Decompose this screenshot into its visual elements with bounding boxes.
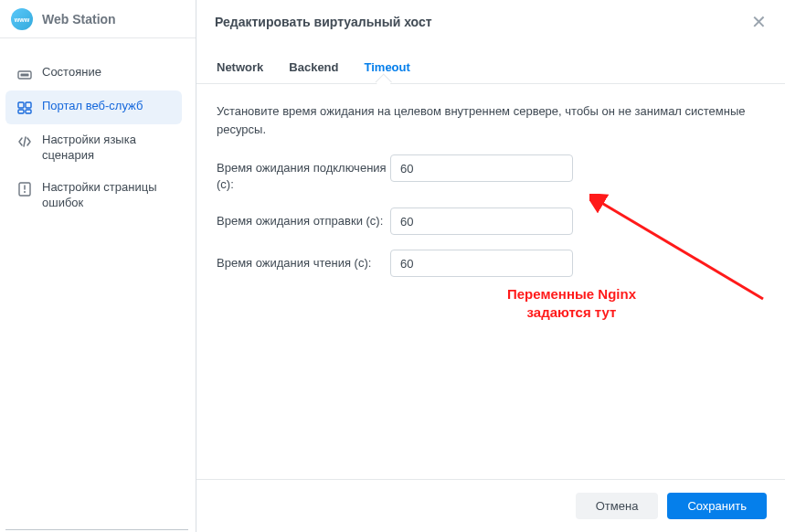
send-timeout-input[interactable] — [390, 207, 573, 235]
svg-point-8 — [24, 191, 26, 193]
edit-virtual-host-modal: Редактировать виртуальный хост ✕ Network… — [196, 0, 785, 532]
tab-description: Установите время ожидания на целевом вну… — [217, 102, 765, 138]
sidebar-item-label: Состояние — [42, 65, 173, 80]
app-title: Web Station — [42, 12, 116, 27]
tab-backend[interactable]: Backend — [287, 53, 340, 83]
app-logo-icon — [11, 8, 33, 30]
code-icon — [16, 133, 33, 150]
tab-network[interactable]: Network — [215, 53, 265, 83]
sidebar-item-error-pages[interactable]: Настройки страницы ошибок — [0, 172, 187, 219]
modal-body: Установите время ожидания на целевом вну… — [196, 84, 785, 479]
connect-timeout-label: Время ожидания подключения (с): — [217, 154, 390, 193]
modal-header: Редактировать виртуальный хост ✕ — [196, 0, 785, 44]
connect-timeout-input[interactable] — [390, 154, 573, 182]
read-timeout-label: Время ожидания чтения (с): — [217, 250, 390, 271]
form-row-connect-timeout: Время ожидания подключения (с): — [217, 154, 765, 193]
svg-rect-4 — [18, 110, 24, 113]
svg-rect-1 — [21, 74, 29, 77]
tab-timeout[interactable]: Timeout — [363, 53, 412, 83]
svg-rect-5 — [26, 110, 31, 113]
modal-tabs: Network Backend Timeout — [196, 53, 785, 84]
svg-rect-3 — [26, 102, 31, 108]
sidebar-item-portal[interactable]: Портал веб-служб — [5, 90, 182, 124]
sidebar: Состояние Портал веб-служб Настройки язы… — [0, 38, 187, 532]
sidebar-item-label: Настройки страницы ошибок — [42, 180, 173, 211]
sidebar-item-status[interactable]: Состояние — [0, 57, 187, 90]
sidebar-item-label: Настройки языка сценария — [42, 133, 173, 164]
save-button[interactable]: Сохранить — [667, 493, 767, 519]
send-timeout-label: Время ожидания отправки (с): — [217, 207, 390, 229]
read-timeout-input[interactable] — [390, 250, 573, 277]
sidebar-item-script-lang[interactable]: Настройки языка сценария — [0, 124, 187, 172]
form-row-send-timeout: Время ожидания отправки (с): — [217, 207, 765, 235]
sidebar-item-label: Портал веб-служб — [42, 99, 167, 114]
modal-title: Редактировать виртуальный хост — [215, 15, 432, 29]
modal-footer: Отмена Сохранить — [196, 479, 785, 532]
divider — [5, 529, 188, 530]
form-row-read-timeout: Время ожидания чтения (с): — [217, 250, 765, 277]
error-page-icon — [16, 181, 33, 197]
close-icon[interactable]: ✕ — [751, 13, 767, 31]
cancel-button[interactable]: Отмена — [576, 493, 659, 519]
portal-icon — [16, 100, 33, 116]
annotation-text: Переменные Nginxзадаются тут — [507, 285, 636, 321]
status-icon — [16, 66, 33, 82]
svg-rect-2 — [18, 102, 24, 108]
